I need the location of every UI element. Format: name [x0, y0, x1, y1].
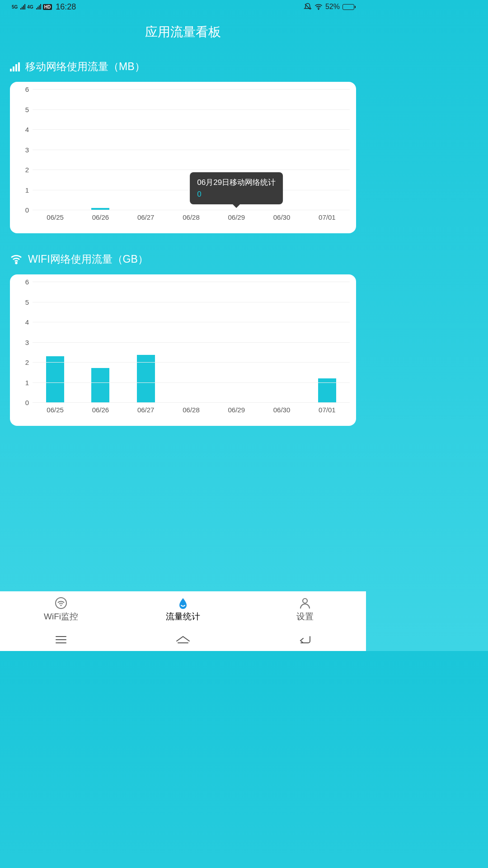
- wifi-icon: [10, 255, 23, 264]
- section-mobile-header: 移动网络使用流量（MB）: [10, 60, 356, 74]
- signal-bars-icon: [36, 4, 41, 9]
- x-tick: 06/27: [123, 210, 169, 223]
- bottom-nav: WiFi监控 流量统计 设置: [0, 591, 366, 628]
- gridline: [33, 282, 350, 282]
- y-tick: 6: [16, 86, 33, 93]
- section-mobile-title: 移动网络使用流量（MB）: [25, 60, 145, 74]
- gridline: [33, 170, 350, 170]
- nav-wifi-monitor[interactable]: WiFi监控: [0, 591, 122, 628]
- signal-bars-icon: [20, 4, 25, 9]
- bar: [46, 356, 64, 402]
- y-tick: 4: [16, 126, 33, 133]
- y-tick: 6: [16, 278, 33, 285]
- chart-wifi[interactable]: 6543210 06/2506/2606/2706/2806/2906/3007…: [10, 274, 356, 426]
- status-time: 16:28: [56, 2, 76, 12]
- person-icon: [298, 597, 312, 609]
- gridline: [33, 129, 350, 130]
- nav-traffic-stats[interactable]: 流量统计: [122, 591, 244, 628]
- y-tick: 3: [16, 339, 33, 345]
- signal-4g-label: 4G: [27, 5, 33, 9]
- wifi-icon: [314, 3, 323, 11]
- x-tick: 06/26: [78, 210, 123, 223]
- x-tick: 06/26: [78, 402, 123, 416]
- svg-point-4: [303, 599, 307, 603]
- y-tick: 5: [16, 298, 33, 305]
- y-tick: 0: [16, 207, 33, 213]
- x-tick: 06/25: [33, 402, 78, 416]
- svg-point-1: [16, 262, 17, 264]
- y-tick: 1: [16, 379, 33, 386]
- svg-point-3: [61, 605, 62, 606]
- section-mobile: 移动网络使用流量（MB） 6543210 06月29日移动网络统计 0 06/2…: [0, 60, 366, 233]
- gridline: [33, 89, 350, 90]
- page-title: 应用流量看板: [0, 24, 366, 41]
- bar: [91, 368, 109, 402]
- x-tick: 06/28: [169, 402, 214, 416]
- tooltip-value: 0: [197, 189, 276, 200]
- y-tick: 2: [16, 166, 33, 173]
- svg-point-0: [318, 9, 319, 10]
- cellular-icon: [10, 62, 20, 71]
- x-tick: 06/29: [214, 402, 259, 416]
- signal-5g-label: 5G: [12, 5, 18, 9]
- x-tick: 07/01: [305, 210, 350, 223]
- gridline: [33, 150, 350, 150]
- chart-tooltip: 06月29日移动网络统计 0: [190, 172, 283, 204]
- y-tick: 2: [16, 359, 33, 366]
- x-tick: 06/27: [123, 402, 169, 416]
- system-nav-bar: [0, 628, 366, 651]
- mute-icon: [304, 3, 312, 11]
- status-right: 52%: [304, 3, 354, 11]
- section-wifi-header: WIFI网络使用流量（GB）: [10, 252, 356, 266]
- x-tick: 06/25: [33, 210, 78, 223]
- home-button[interactable]: [173, 634, 193, 645]
- wifi-circle-icon: [54, 597, 68, 609]
- x-tick: 06/28: [169, 210, 214, 223]
- recents-button[interactable]: [51, 634, 71, 645]
- gridline: [33, 362, 350, 363]
- status-bar: 5G 4G HD 16:28 52%: [0, 0, 366, 14]
- gridline: [33, 322, 350, 322]
- section-wifi: WIFI网络使用流量（GB） 6543210 06/2506/2606/2706…: [0, 252, 366, 426]
- nav-settings[interactable]: 设置: [244, 591, 366, 628]
- drop-icon: [176, 597, 190, 609]
- nav-wifi-label: WiFi监控: [44, 611, 78, 623]
- nav-settings-label: 设置: [296, 611, 314, 623]
- y-tick: 3: [16, 146, 33, 153]
- gridline: [33, 302, 350, 302]
- x-tick: 07/01: [305, 402, 350, 416]
- y-tick: 0: [16, 399, 33, 406]
- y-tick: 5: [16, 106, 33, 113]
- battery-icon: [343, 4, 354, 10]
- chart-mobile[interactable]: 6543210 06月29日移动网络统计 0 06/2506/2606/2706…: [10, 82, 356, 233]
- y-tick: 1: [16, 186, 33, 193]
- y-tick: 4: [16, 319, 33, 326]
- x-tick: 06/30: [259, 402, 304, 416]
- nav-stats-label: 流量统计: [166, 611, 200, 623]
- battery-text: 52%: [325, 3, 340, 11]
- tooltip-title: 06月29日移动网络统计: [197, 177, 276, 189]
- section-wifi-title: WIFI网络使用流量（GB）: [28, 252, 148, 266]
- x-tick: 06/30: [259, 210, 304, 223]
- x-tick: 06/29: [214, 210, 259, 223]
- back-button[interactable]: [295, 634, 315, 645]
- gridline: [33, 342, 350, 343]
- status-left: 5G 4G HD 16:28: [12, 2, 76, 12]
- gridline: [33, 109, 350, 110]
- hd-badge: HD: [43, 4, 52, 10]
- gridline: [33, 382, 350, 383]
